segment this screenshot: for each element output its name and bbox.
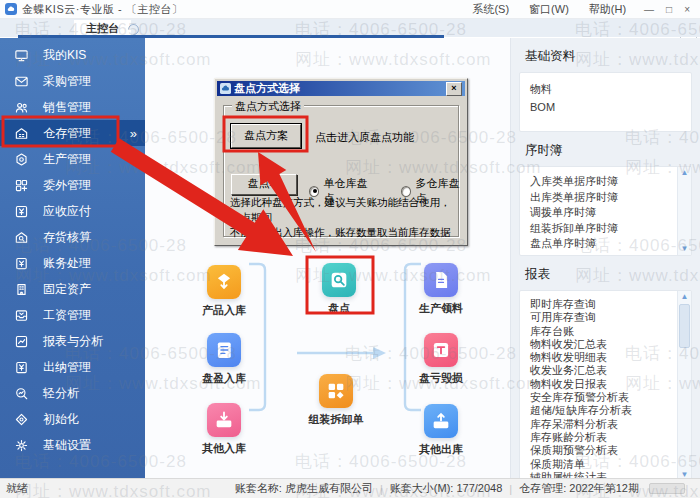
expand-chevrons-icon[interactable]: » [130, 126, 136, 141]
flow-tile-material-out[interactable] [424, 263, 458, 297]
assets-icon [14, 281, 30, 297]
kingdee-kis-app: { "window": { "title": "金蝶KIS云·专业版 - 〔主控… [0, 0, 700, 498]
list-item[interactable]: 物料收发明细表 [530, 351, 691, 364]
grid-icon [325, 380, 347, 402]
list-item[interactable]: 即时库存查询 [530, 298, 691, 311]
sidebar-item-label: 固定资产 [43, 281, 91, 298]
function-panel: 基础资料物料BOM序时簿入库类单据序时簿出库类单据序时簿调拨单序时簿组装拆卸单序… [510, 38, 700, 478]
sidebar-item-label: 委外管理 [43, 177, 91, 194]
list-item[interactable]: 超储/短缺库存分析表 [530, 404, 691, 417]
flow-tile-assembly[interactable] [319, 374, 353, 408]
status-separator: | [380, 483, 383, 495]
sidebar-item-label: 销售管理 [43, 99, 91, 116]
sidebar-item-ledger[interactable]: 账务处理 [0, 250, 145, 276]
sidebar-item-report[interactable]: 报表与分析 [0, 328, 145, 354]
list-item[interactable]: 保质期预警分析表 [530, 444, 691, 457]
users-icon [14, 99, 30, 115]
flow-tile-product-in[interactable] [207, 265, 241, 299]
scroll-up-icon[interactable]: ▲ [678, 291, 691, 303]
menu-system[interactable]: 系统(S) [472, 2, 509, 17]
sidebar-item-settings[interactable]: 基础设置 [0, 432, 145, 458]
sidebar-item-label: 应收应付 [43, 203, 91, 220]
status-account-name: 账套名称: 虎虎生威有限公司 [235, 481, 373, 496]
box-arrow-icon [213, 271, 235, 293]
restore-button[interactable]: □ [666, 4, 672, 15]
flow-tile-label: 其他入库 [186, 441, 262, 456]
dialog-close-icon[interactable]: × [446, 82, 462, 96]
list-item[interactable]: 可用库存查询 [530, 311, 691, 324]
settings-icon [14, 437, 30, 453]
app-logo-icon [5, 3, 17, 15]
sidebar-item-label: 初始化 [43, 411, 79, 428]
sidebar-item-init[interactable]: 初始化 [0, 406, 145, 432]
group-label: 盘点方式选择 [232, 99, 304, 114]
status-separator: | [509, 483, 512, 495]
sidebar-item-assets[interactable]: 固定资产 [0, 276, 145, 302]
dialog-title-bar: 盘点方式选择 × [217, 81, 465, 96]
minimize-button[interactable]: — [644, 4, 654, 15]
sidebar-item-payable[interactable]: 应收应付 [0, 198, 145, 224]
menu-help[interactable]: 帮助(H) [589, 2, 626, 17]
status-bar: 就绪 账套名称: 虎虎生威有限公司 | 账套大小(M): 177/2048 | … [0, 478, 700, 498]
flow-tile-stocktake[interactable] [322, 263, 356, 297]
tab-underline [18, 35, 444, 38]
menu-window[interactable]: 窗口(W) [529, 2, 569, 17]
flow-tile-other-in[interactable] [207, 403, 241, 437]
scroll-thumb[interactable] [679, 304, 690, 348]
list-item[interactable]: 入库类单据序时簿 [530, 174, 691, 190]
t-box-icon [430, 339, 452, 361]
list-item[interactable]: 物料收发汇总表 [530, 338, 691, 351]
list-item[interactable]: BOM [530, 98, 691, 116]
inventory-icon [14, 229, 30, 245]
list-item[interactable]: 库存呆滞料分析表 [530, 418, 691, 431]
sidebar-item-analysis[interactable]: 轻分析 [0, 380, 145, 406]
flow-tile-other-out[interactable] [424, 404, 458, 438]
sidebar-item-inventory[interactable]: 存货核算 [0, 224, 145, 250]
sidebar-item-label: 采购管理 [43, 73, 91, 90]
stocktake-plan-button[interactable]: 盘点方案 [231, 124, 301, 148]
sidebar-item-outsource[interactable]: 委外管理 [0, 172, 145, 198]
list-item[interactable]: 物料收发日报表 [530, 378, 691, 391]
sidebar-item-warehouse[interactable]: 仓存管理» [0, 120, 145, 146]
stocktake-sheet-button[interactable]: 盘点单 [231, 174, 297, 195]
scroll-up-icon[interactable]: ▲ [678, 167, 691, 179]
flow-tile-label: 产品入库 [186, 303, 262, 318]
sidebar-item-users[interactable]: 销售管理 [0, 94, 145, 120]
production-icon [14, 151, 30, 167]
flow-tile-surplus-in[interactable] [207, 333, 241, 367]
panel-card-1: 入库类单据序时簿出库类单据序时簿调拨单序时簿组装拆卸单序时簿盘点单序时簿▲▼ [519, 166, 692, 256]
list-item[interactable]: 物料 [530, 80, 691, 98]
sidebar-item-monitor[interactable]: 我的KIS [0, 42, 145, 68]
sidebar-item-production[interactable]: 生产管理 [0, 146, 145, 172]
list-item[interactable]: 保质期清单 [530, 458, 691, 471]
close-button[interactable]: × [684, 4, 690, 15]
status-period: 仓存管理: 2022年第12期 [519, 481, 639, 496]
panel-section-title: 基础资料 [525, 48, 700, 65]
flow-tile-loss-out[interactable] [424, 333, 458, 367]
list-item[interactable]: 安全库存预警分析表 [530, 391, 691, 404]
scrollbar[interactable]: ▲▼ [677, 167, 691, 255]
plan-hint-text: 点击进入原盘点功能 [315, 130, 414, 145]
warehouse-icon [14, 125, 30, 141]
sidebar-item-label: 轻分析 [43, 385, 79, 402]
magnifier-icon [328, 269, 350, 291]
list-item[interactable]: 库存账龄分析表 [530, 431, 691, 444]
list-item[interactable]: 盘点单序时簿 [530, 236, 691, 252]
mail-icon [14, 73, 30, 89]
scroll-down-icon[interactable]: ▼ [678, 243, 691, 255]
flow-tile-label: 其他出库 [403, 442, 479, 457]
list-item[interactable]: 收发业务汇总表 [530, 364, 691, 377]
sidebar-item-mail[interactable]: 采购管理 [0, 68, 145, 94]
panel-card-2: 即时库存查询可用库存查询库存台账物料收发汇总表物料收发明细表收发业务汇总表物料收… [519, 290, 692, 482]
list-item[interactable]: 调拨单序时簿 [530, 205, 691, 221]
scrollbar[interactable]: ▲▼ [677, 291, 691, 481]
report-icon [14, 333, 30, 349]
list-item[interactable]: 库存台账 [530, 325, 691, 338]
outsource-icon [14, 177, 30, 193]
flow-tile-label: 盘点 [301, 301, 377, 316]
sidebar-item-payroll[interactable]: 工资管理 [0, 302, 145, 328]
status-ready: 就绪 [6, 481, 28, 496]
sidebar-item-cashier[interactable]: 出纳管理 [0, 354, 145, 380]
list-item[interactable]: 出库类单据序时簿 [530, 190, 691, 206]
list-item[interactable]: 组装拆卸单序时簿 [530, 221, 691, 237]
